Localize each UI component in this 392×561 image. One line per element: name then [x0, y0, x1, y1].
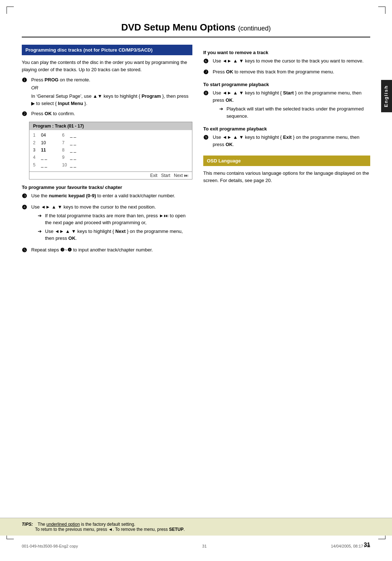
- track-row-2: 2 10: [33, 139, 55, 146]
- track-col-left: 1 04 2 10 3 11 4 _ _: [33, 132, 55, 169]
- remove-track-title: If you want to remove a track: [203, 50, 370, 55]
- start-playback-title: To start programme playback: [203, 82, 370, 87]
- step-1-num: ❶: [22, 76, 30, 84]
- ok-label-2: OK: [45, 111, 52, 116]
- step-5: ❺ Repeat steps ❸~❹ to input another trac…: [22, 246, 192, 254]
- setup-label: SETUP: [169, 527, 184, 532]
- start-label: Start: [283, 90, 294, 96]
- track-row-7: 7 _ _: [62, 139, 84, 146]
- step-9-num: ❾: [203, 134, 211, 142]
- osd-paragraph: This menu contains various language opti…: [203, 170, 370, 184]
- step-1: ❶ Press PROG on the remote. OR In ‘Gener…: [22, 76, 192, 107]
- step-2: ❷ Press OK to confirm.: [22, 110, 192, 118]
- track-row-1: 1 04: [33, 132, 55, 139]
- ok-label-9: OK: [225, 142, 233, 147]
- step-7-num: ❼: [203, 68, 211, 76]
- track-row-3: 3 11: [33, 146, 55, 154]
- track-table-body: 1 04 2 10 3 11 4 _ _: [29, 130, 192, 171]
- step-9: ❾ Use ◄► ▲ ▼ keys to highlight { Exit } …: [203, 134, 370, 148]
- tips-line1: The underlined option is the factory def…: [38, 522, 135, 527]
- arrow-bullet-2: ➔ Use ◄► ▲ ▼ keys to highlight { Next } …: [38, 228, 192, 242]
- track-row-8: 8 _ _: [62, 146, 84, 154]
- track-col-right: 6 _ _ 7 _ _ 8 _ _ 9 _ _: [62, 132, 84, 169]
- title-continued: (continued): [238, 25, 271, 32]
- track-table: Program : Track (01 - 17) 1 04 2 10 3: [29, 122, 192, 179]
- arrow-sym-2: ➔: [38, 228, 44, 235]
- step-4: ❹ Use ◄► ▲ ▼ keys to move the cursor to …: [22, 203, 192, 243]
- track-row-6: 6 _ _: [62, 132, 84, 139]
- exit-label: Exit: [283, 134, 292, 140]
- tips-label: TIPS:: [22, 522, 33, 527]
- step-7-content: Press OK to remove this track from the p…: [213, 68, 370, 76]
- page-title: DVD Setup Menu Options (continued): [22, 15, 370, 37]
- track-row-4: 4 _ _: [33, 154, 55, 161]
- numeric-keypad-label: numeric keypad (0-9): [49, 193, 96, 198]
- corner-tl: [7, 7, 14, 14]
- track-table-header: Program : Track (01 - 17): [29, 122, 192, 130]
- step-6-content: Use ◄► ▲ ▼ keys to move the cursor to th…: [213, 57, 370, 65]
- right-column: If you want to remove a track ❻ Use ◄► ▲…: [203, 45, 370, 257]
- step-8-content: Use ◄► ▲ ▼ keys to highlight { Start } o…: [213, 89, 370, 121]
- step-2-num: ❷: [22, 110, 30, 118]
- arrow-text-2: Use ◄► ▲ ▼ keys to highlight { Next } on…: [45, 228, 192, 242]
- programming-section-header: Programming disc tracks (not for Picture…: [22, 45, 192, 55]
- content-columns: Programming disc tracks (not for Picture…: [22, 45, 370, 257]
- step-5-content: Repeat steps ❸~❹ to input another track/…: [31, 246, 192, 254]
- arrow-sym-8: ➔: [219, 105, 225, 113]
- left-column: Programming disc tracks (not for Picture…: [22, 45, 192, 257]
- step-4-content: Use ◄► ▲ ▼ keys to move the cursor to th…: [31, 203, 192, 243]
- title-main: DVD Setup Menu Options: [121, 22, 236, 33]
- tips-bar: TIPS: The underlined option is the facto…: [0, 518, 392, 536]
- underline-option: underlined option: [46, 522, 80, 527]
- track-row-5: 5 _ _: [33, 161, 55, 169]
- step-2-content: Press OK to confirm.: [31, 110, 192, 117]
- step-9-content: Use ◄► ▲ ▼ keys to highlight { Exit } on…: [213, 134, 370, 148]
- program-label: Program: [142, 93, 161, 99]
- corner-tr: [378, 7, 385, 14]
- page-footer: 001-049-hts3500-98-Eng2 copy 31 14/04/20…: [22, 544, 370, 548]
- osd-section-header: OSD Language: [203, 156, 370, 166]
- footer-center: 31: [202, 544, 207, 548]
- arrow-bullet-8: ➔ Playback will start with the selected …: [219, 105, 370, 120]
- step-1-content: Press PROG on the remote. OR In ‘General…: [31, 76, 192, 107]
- exit-playback-title: To exit programme playback: [203, 126, 370, 132]
- arrow-text-1: If the total programme tracks are more t…: [45, 212, 192, 226]
- tips-line2: To return to the previous menu, press ◄.…: [35, 527, 185, 532]
- footer-left: 001-049-hts3500-98-Eng2 copy: [22, 544, 78, 548]
- ok-label-7: OK: [226, 69, 233, 74]
- step-4-num: ❹: [22, 203, 30, 211]
- or-line: OR: [31, 84, 192, 92]
- step-3: ❸ Use the numeric keypad (0-9) to enter …: [22, 192, 192, 200]
- step-6-num: ❻: [203, 57, 211, 65]
- step-3-content: Use the numeric keypad (0-9) to enter a …: [31, 192, 192, 199]
- prog-label: PROG: [45, 77, 58, 82]
- intro-paragraph: You can play the contents of the disc in…: [22, 59, 192, 73]
- ok-label-8: OK: [225, 97, 233, 103]
- english-tab: English: [381, 80, 392, 112]
- input-menu-label: Input Menu: [58, 101, 83, 106]
- step-6: ❻ Use ◄► ▲ ▼ keys to move the cursor to …: [203, 57, 370, 65]
- step-8-num: ❽: [203, 89, 211, 97]
- arrow-text-8: Playback will start with the selected tr…: [226, 105, 370, 120]
- page: English DVD Setup Menu Options (continue…: [0, 0, 392, 561]
- arrow-sym-1: ➔: [38, 212, 44, 219]
- arrow-bullet-1: ➔ If the total programme tracks are more…: [38, 212, 192, 226]
- track-row-9: 9 _ _: [62, 154, 84, 161]
- step-3-num: ❸: [22, 192, 30, 200]
- page-number: 31: [364, 542, 370, 548]
- step-7: ❼ Press OK to remove this track from the…: [203, 68, 370, 76]
- step-8: ❽ Use ◄► ▲ ▼ keys to highlight { Start }…: [203, 89, 370, 121]
- step-5-num: ❺: [22, 246, 30, 254]
- track-row-10: 10 _ _: [62, 161, 84, 169]
- fav-tracks-title: To programme your favourite tracks/ chap…: [22, 185, 192, 190]
- track-table-footer: Exit Start Next ⏭: [29, 171, 192, 179]
